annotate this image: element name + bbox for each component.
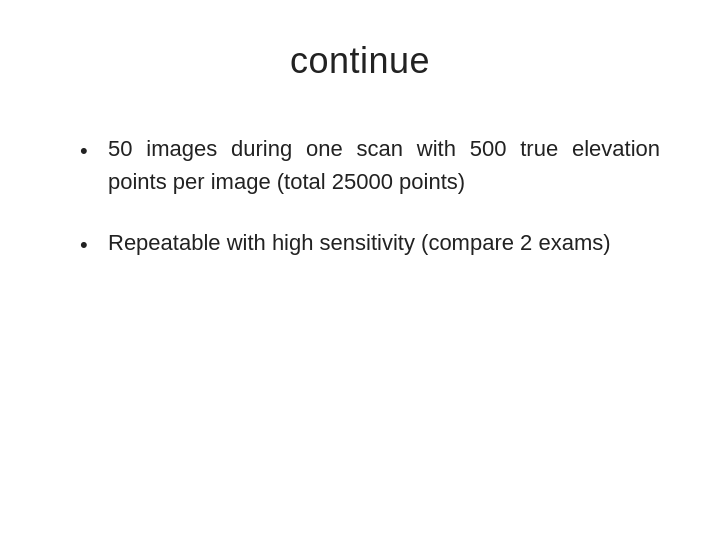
list-item: • 50 images during one scan with 500 tru…	[80, 132, 660, 198]
slide-content: • 50 images during one scan with 500 tru…	[60, 132, 660, 500]
bullet-list: • 50 images during one scan with 500 tru…	[80, 132, 660, 289]
bullet-text-1: 50 images during one scan with 500 true …	[108, 132, 660, 198]
slide-container: continue • 50 images during one scan wit…	[0, 0, 720, 540]
bullet-text-2: Repeatable with high sensitivity (compar…	[108, 226, 660, 259]
bullet-dot-1: •	[80, 134, 100, 167]
list-item: • Repeatable with high sensitivity (comp…	[80, 226, 660, 261]
bullet-dot-2: •	[80, 228, 100, 261]
slide-title: continue	[60, 40, 660, 82]
